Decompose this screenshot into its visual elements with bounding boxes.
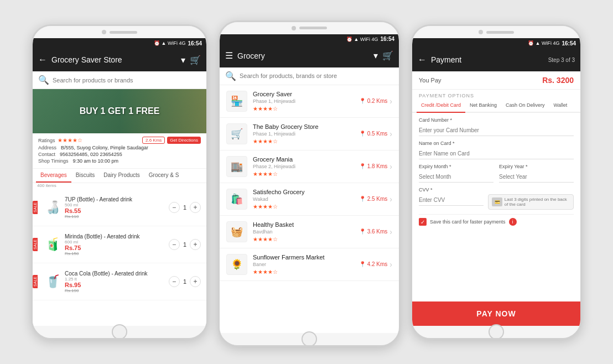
status-icons-2: ⏰ ▲ WiFi 4G	[346, 37, 378, 42]
product-img-2: 🥤	[45, 268, 60, 295]
cvv-group: CVV * 💳 Last 3 digits printed on the bac…	[419, 187, 574, 210]
product-price-2: Rs.95	[65, 282, 169, 288]
store-name-3: Satisfecho Grocery	[253, 189, 359, 195]
product-price-0: Rs.55	[65, 207, 169, 214]
payment-amount: Rs. 3200	[542, 76, 574, 85]
product-mrp-0: Rs.110	[65, 214, 169, 219]
qty-control-0: − 1 +	[169, 202, 201, 213]
filter-icon-1[interactable]: ▾	[181, 55, 185, 65]
card-form: Card Number * Name on Card * Expiry Mont…	[412, 113, 580, 301]
store-list-item-4[interactable]: 🧺 Healthy Basket Bavdhan ★★★★☆ 📍 3.6 Kms…	[220, 216, 399, 248]
product-size-1: 600 ml	[65, 240, 169, 245]
sale-badge-2: SALE	[33, 275, 38, 288]
payment-bar-left: ← Payment	[418, 55, 461, 65]
store-list-item-0[interactable]: 🏪 Grocery Saver Phase 1, Hinjewadi ★★★★☆…	[220, 85, 399, 118]
phone-home-3[interactable]	[489, 324, 504, 340]
qty-plus-2[interactable]: +	[190, 276, 201, 287]
save-card-label: Save this card for faster payments	[430, 219, 506, 225]
tab-credit-card[interactable]: Credit /Debit Card	[417, 98, 465, 113]
filter-icon-2[interactable]: ▾	[373, 50, 378, 61]
tab-grocery[interactable]: Grocery & S	[144, 169, 183, 183]
timings-value: 9:30 am to 10:00 pm	[73, 158, 119, 164]
cvv-input[interactable]	[419, 195, 484, 206]
status-bar-3: ⏰ ▲ WiFi 4G 16:54	[412, 38, 580, 48]
qty-minus-0[interactable]: −	[169, 202, 180, 213]
qty-minus-1[interactable]: −	[169, 239, 180, 250]
phone-home-2[interactable]	[302, 331, 317, 347]
phone-camera-1	[102, 30, 106, 34]
product-size-0: 500 ml	[65, 202, 169, 207]
screen-3: ⏰ ▲ WiFi 4G 16:54 ← Payment Step 3 of 3 …	[412, 38, 580, 326]
status-icons-1: ⏰ ▲ WiFi 4G	[154, 40, 185, 46]
pay-now-button[interactable]: PAY NOW	[412, 301, 580, 326]
store-list-item-1[interactable]: 🛒 The Baby Grocery Store Phase 1, Hinjew…	[220, 118, 399, 150]
menu-icon[interactable]: ☰	[225, 50, 233, 61]
store-title: Grocery Saver Store	[51, 55, 176, 64]
qty-value-0: 1	[183, 204, 186, 211]
phone-top-bar-2	[220, 22, 399, 34]
store-name-1: The Baby Grocery Store	[253, 123, 359, 130]
qty-control-2: − 1 +	[169, 276, 201, 287]
tab-cod[interactable]: Cash On Delivery	[501, 98, 549, 113]
search-input-2[interactable]	[240, 72, 393, 79]
phone-top-bar-3	[412, 26, 580, 38]
store-logo-1: 🛒	[226, 123, 247, 144]
store-logo-2: 🏬	[226, 156, 247, 177]
store-distance-0: 📍 0.2 Kms	[359, 98, 388, 104]
store-stars-4: ★★★★☆	[253, 236, 359, 242]
store-distance-2: 📍 1.8 Kms	[359, 163, 388, 169]
expiry-month-input[interactable]	[419, 171, 493, 183]
store-location-3: Wakad	[253, 196, 359, 202]
store-location-2: Phase 2, Hinjewadi	[253, 164, 359, 169]
search-input-1[interactable]	[53, 77, 201, 84]
phone-camera-2	[292, 26, 296, 30]
card-number-input[interactable]	[419, 125, 574, 136]
qty-plus-0[interactable]: +	[190, 202, 201, 213]
store-name-4: Healthy Basket	[253, 221, 359, 228]
expiry-year-input[interactable]	[499, 171, 574, 183]
store-name-2: Grocery Mania	[253, 156, 359, 163]
back-button-3[interactable]: ←	[418, 55, 427, 65]
qty-minus-2[interactable]: −	[169, 276, 180, 287]
cvv-hint-text: Last 3 digits printed on the back of the…	[505, 197, 570, 207]
phone-top-bar-1	[33, 26, 206, 38]
back-button-1[interactable]: ←	[38, 55, 47, 65]
tab-wallet[interactable]: Wallet	[549, 98, 572, 113]
store-location-1: Phase 1, Hinjewadi	[253, 131, 359, 137]
qty-plus-1[interactable]: +	[190, 239, 201, 250]
product-name-0: 7UP (Bottle) - Aerated drink	[65, 196, 169, 202]
card-number-group: Card Number *	[419, 117, 574, 136]
save-card-checkbox[interactable]: ✓	[419, 218, 427, 226]
payment-title: Payment	[431, 55, 461, 64]
cart-icon-2[interactable]: 🛒	[382, 50, 393, 61]
cart-icon-1[interactable]: 🛒	[190, 55, 201, 65]
store-list-item-3[interactable]: 🛍️ Satisfecho Grocery Wakad ★★★★☆ 📍 2.5 …	[220, 183, 399, 216]
expiry-month-label: Expiry Month *	[419, 164, 493, 169]
store-info-5: Sunflower Farmers Market Baner ★★★★☆	[253, 254, 359, 275]
address-label: Address	[38, 145, 56, 150]
store-list-item-2[interactable]: 🏬 Grocery Mania Phase 2, Hinjewadi ★★★★☆…	[220, 150, 399, 183]
save-card-row: ✓ Save this card for faster payments i	[419, 214, 574, 229]
cvv-hint: 💳 Last 3 digits printed on the back of t…	[488, 194, 574, 210]
tab-dairy[interactable]: Dairy Products	[99, 169, 144, 183]
get-directions-button[interactable]: Get Directions	[167, 137, 201, 144]
you-pay-label: You Pay	[419, 77, 441, 84]
store-list-item-5[interactable]: 🌻 Sunflower Farmers Market Baner ★★★★☆ 📍…	[220, 248, 399, 281]
status-bar-2: ⏰ ▲ WiFi 4G 16:54	[220, 34, 399, 44]
app-bar-2: ☰ Grocery ▾ 🛒	[220, 44, 399, 67]
tab-net-banking[interactable]: Net Banking	[465, 98, 501, 113]
phone-camera-3	[479, 30, 483, 34]
expiry-year-group: Expiry Year *	[499, 164, 574, 183]
status-time-2: 16:54	[380, 36, 394, 42]
product-img-1: 🧃	[45, 231, 60, 258]
ratings-label: Ratings	[38, 138, 55, 143]
category-tabs: Beverages Biscuits Dairy Products Grocer…	[33, 169, 206, 183]
tab-beverages[interactable]: Beverages	[36, 169, 71, 183]
phone-store-detail: ⏰ ▲ WiFi 4G 16:54 ← Grocery Saver Store …	[31, 24, 208, 340]
name-on-card-input[interactable]	[419, 148, 574, 159]
tab-biscuits[interactable]: Biscuits	[71, 169, 99, 183]
store-location-0: Phase 1, Hinjewadi	[253, 98, 359, 104]
phone-home-1[interactable]	[112, 324, 127, 340]
items-count: 400 items	[33, 183, 206, 189]
info-icon[interactable]: i	[509, 218, 517, 226]
